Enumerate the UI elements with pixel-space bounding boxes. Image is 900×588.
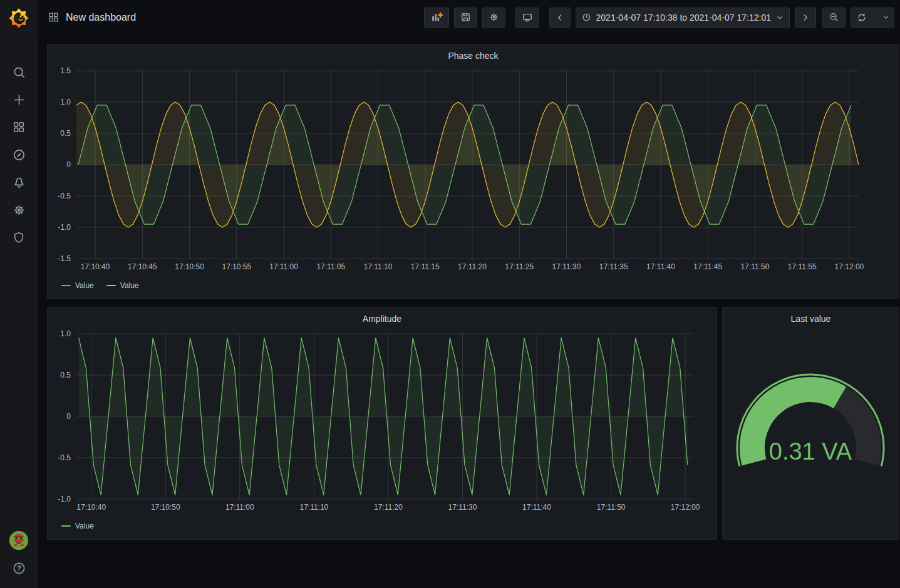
axis-labels: 1.51.00.50-0.5-1.0-1.517:10:4017:10:4517… [58,66,864,271]
search-icon [12,65,26,80]
legend-series-label: Value [75,281,94,290]
svg-text:17:10:55: 17:10:55 [222,262,251,271]
zoom-out-button[interactable] [822,8,846,28]
legend-series-label: Value [75,522,94,530]
dashboard-settings-icon [488,11,500,23]
toolbar: 2021-04-07 17:10:38 to 2021-04-07 17:12:… [424,8,894,28]
last-value-gauge[interactable]: 0.31 VA [728,336,894,524]
sidebar-item-search[interactable] [0,58,38,86]
phase-check-chart[interactable]: 1.51.00.50-0.5-1.0-1.517:10:4017:10:4517… [53,63,894,277]
time-range-forward-button[interactable] [795,8,816,28]
configuration-gear-icon [12,203,26,217]
sidebar-item-dashboards[interactable] [0,113,38,141]
dashboard-canvas: Phase check 1.51.00.50-0.5-1.0-1.517:10:… [38,34,900,588]
legend-series-dash [61,525,71,527]
legend-item[interactable]: Value [61,281,94,290]
panel-amplitude: Amplitude 1.00.50-0.5-1.017:10:4017:10:5… [47,307,717,540]
amplitude-chart[interactable]: 1.00.50-0.5-1.017:10:4017:10:5017:11:001… [53,326,711,518]
svg-text:-1.0: -1.0 [58,223,71,232]
sidebar-item-alerting[interactable] [0,168,38,196]
svg-text:17:11:25: 17:11:25 [505,262,534,271]
svg-text:?: ? [17,564,21,572]
sidebar-item-profile[interactable] [0,527,38,554]
svg-text:-0.5: -0.5 [58,453,71,462]
panel-title-phase-check[interactable]: Phase check [53,49,894,63]
panel-title-amplitude[interactable]: Amplitude [53,312,711,326]
legend-item[interactable]: Value [106,281,139,290]
svg-text:17:11:50: 17:11:50 [597,503,626,512]
page-title[interactable]: New dashboard [66,12,136,23]
svg-text:17:11:15: 17:11:15 [411,262,440,271]
add-panel-button[interactable] [424,8,449,28]
svg-text:17:11:05: 17:11:05 [316,262,345,271]
clock-icon [581,12,592,23]
grafana-logo[interactable] [0,0,38,34]
time-range-back-button[interactable] [549,8,571,28]
help-icon: ? [12,561,26,575]
refresh-button[interactable] [851,8,894,28]
refresh-icon [856,12,867,23]
svg-text:17:10:50: 17:10:50 [175,262,204,271]
sidebar-item-explore[interactable] [0,141,38,168]
legend-series-label: Value [120,281,139,290]
main-area: New dashboard [38,0,900,588]
svg-text:0: 0 [66,412,71,421]
svg-text:17:10:40: 17:10:40 [76,503,106,512]
plus-icon [12,93,26,107]
svg-text:17:11:00: 17:11:00 [225,503,254,512]
toolbar-group-view [515,8,539,28]
amplitude-legend: Value [53,518,711,534]
svg-text:17:11:40: 17:11:40 [646,262,675,271]
legend-series-dash [106,285,116,286]
time-range-picker[interactable]: 2021-04-07 17:10:38 to 2021-04-07 17:12:… [576,8,790,28]
svg-text:-0.5: -0.5 [58,192,71,200]
svg-text:1.0: 1.0 [60,329,71,338]
svg-text:17:10:40: 17:10:40 [81,262,110,271]
svg-text:1.0: 1.0 [60,98,71,106]
sidebar-item-help[interactable]: ? [0,554,38,582]
cycle-view-button[interactable] [515,8,539,28]
time-range-text: 2021-04-07 17:10:38 to 2021-04-07 17:12:… [596,13,771,23]
gauge-wrapper: 0.31 VA [728,326,894,534]
save-dashboard-button[interactable] [454,8,477,28]
svg-text:17:11:20: 17:11:20 [458,262,487,271]
add-panel-icon [430,11,443,24]
dashboard-title-group: New dashboard [48,11,136,23]
svg-text:0.5: 0.5 [60,371,71,379]
svg-text:17:11:10: 17:11:10 [364,262,393,271]
grafana-app: ? New dashboard [0,0,900,588]
svg-text:17:11:55: 17:11:55 [788,262,817,271]
svg-text:17:12:00: 17:12:00 [671,503,700,512]
series-group [79,338,688,495]
panel-title-last-value[interactable]: Last value [728,312,894,326]
sidebar-item-create[interactable] [0,86,38,113]
panel-last-value: Last value 0.31 VA [722,307,899,540]
refresh-interval-dropdown[interactable] [877,8,894,27]
sidebar-bottom: ? [0,527,38,582]
gauge-value-text: 0.31 VA [769,438,852,465]
server-admin-shield-icon [12,230,26,244]
svg-text:17:11:40: 17:11:40 [522,503,551,512]
toolbar-group-refresh [851,8,894,28]
chevron-down-icon [775,13,784,22]
svg-text:0.5: 0.5 [60,129,71,138]
legend-item[interactable]: Value [61,522,94,530]
apps-grid-icon [48,11,59,23]
sidebar-item-server-admin[interactable] [0,224,38,251]
sidebar: ? [0,0,38,588]
dashboard-settings-button[interactable] [482,8,505,28]
chevron-left-icon [555,13,565,23]
user-avatar [9,530,29,550]
svg-text:17:11:10: 17:11:10 [299,503,328,512]
svg-text:17:10:45: 17:10:45 [128,262,157,271]
legend-series-dash [61,285,71,286]
grafana-logo-icon [7,6,31,29]
panel-phase-check: Phase check 1.51.00.50-0.5-1.0-1.517:10:… [47,44,899,299]
refresh-action[interactable] [851,8,872,27]
svg-text:17:11:50: 17:11:50 [741,262,770,271]
toolbar-group-zoom [822,8,846,28]
top-navbar: New dashboard [38,0,900,34]
sidebar-item-configuration[interactable] [0,196,38,224]
save-dashboard-icon [460,11,472,23]
svg-text:17:11:30: 17:11:30 [448,503,477,512]
